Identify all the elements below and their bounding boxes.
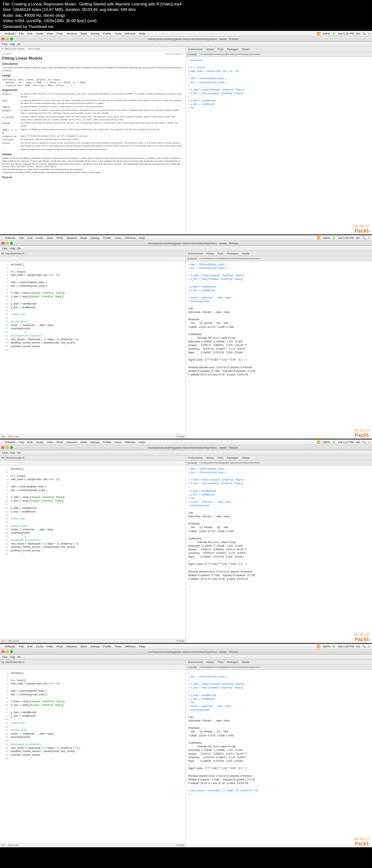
console-tab[interactable]: Console [187,53,197,56]
menu-plots[interactable]: Plots [56,32,63,35]
source-button[interactable]: Source [177,462,184,464]
tab-viewer[interactable]: Viewer [242,661,249,663]
menu-build[interactable]: Build [81,441,87,444]
toolbar-files[interactable]: Files [2,451,8,454]
menu-tools[interactable]: Tools [115,441,122,444]
editor-tab[interactable]: 04_MurderArrests.R [1,252,24,255]
menu-icon[interactable]: ≡ [368,645,370,648]
menu-tools[interactable]: Tools [115,236,122,240]
menu-tools[interactable]: Tools [115,32,122,35]
menu-debug[interactable]: Debug [91,441,100,444]
wifi-icon[interactable]: 📶 [317,32,320,35]
tab-plots[interactable]: Plots [218,457,223,459]
tab-viewer[interactable]: Viewer [242,457,249,459]
menu-profile[interactable]: Profile [103,236,111,240]
menu-view[interactable]: View [46,645,53,648]
tab-packages[interactable]: Packages [227,457,238,459]
clock[interactable]: Sat 2:36 PM [338,236,354,240]
menu-profile[interactable]: Profile [103,441,111,444]
toolbar-files[interactable]: Files [2,656,8,658]
toolbar-help[interactable]: Help [10,656,15,658]
menu-session[interactable]: Session [66,645,77,648]
tab-environment[interactable]: Environment [188,457,202,459]
menu-window[interactable]: Window [125,236,136,240]
menu-debug[interactable]: Debug [91,236,100,240]
menu-help[interactable]: Help [139,32,145,35]
menu-code[interactable]: Code [36,645,43,648]
toolbar-git[interactable]: Git [17,43,20,45]
menu-icon[interactable]: ≡ [368,441,370,444]
menu-app[interactable]: RStudio [5,32,15,35]
menu-plots[interactable]: Plots [56,236,63,240]
source-button[interactable]: Source [177,666,184,668]
zoom-button[interactable] [10,650,13,653]
tab-environment[interactable]: Environment [188,48,202,51]
close-button[interactable] [1,446,4,449]
menu-file[interactable]: File [19,645,24,648]
console-tab[interactable]: Console [187,257,197,260]
menu-session[interactable]: Session [66,236,77,240]
editor-tab[interactable]: 04_MurderArrests.R [1,661,24,663]
menu-debug[interactable]: Debug [91,32,100,35]
menu-debug[interactable]: Debug [91,645,100,648]
search-icon[interactable]: 🔍 [362,645,366,648]
search-icon[interactable]: 🔍 [362,236,366,240]
console-output[interactable]: > set.seed(1) > > m <- nrow(X) > train_i… [186,57,372,234]
menu-profile[interactable]: Profile [103,645,111,648]
toolbar-help[interactable]: Help [10,43,15,45]
menu-help[interactable]: Help [139,236,145,240]
menu-build[interactable]: Build [81,645,87,648]
source-on-save[interactable]: Source on Save [1,666,17,668]
menu-build[interactable]: Build [81,236,87,240]
menu-plots[interactable]: Plots [56,645,63,648]
run-button[interactable]: Run [171,666,175,668]
menu-file[interactable]: File [19,236,24,240]
menu-view[interactable]: View [46,236,53,240]
tab-packages[interactable]: Packages [227,48,238,51]
menu-help[interactable]: Help [139,645,145,648]
clock[interactable]: Sat 2:35 PM [338,32,354,35]
zoom-button[interactable] [10,242,13,245]
tab-environment[interactable]: Environment [188,661,202,663]
menu-app[interactable]: RStudio [5,645,15,648]
menu-code[interactable]: Code [36,236,43,240]
menu-code[interactable]: Code [36,441,43,444]
menu-edit[interactable]: Edit [27,441,32,444]
console-output[interactable]: > train <- USArrests[train_index, ] > te… [186,466,372,643]
help-content[interactable]: lm {stats} R Documentation Fitting Linea… [0,51,186,234]
menu-window[interactable]: Window [125,645,136,648]
wifi-icon[interactable]: 📶 [317,236,320,240]
menu-edit[interactable]: Edit [27,236,32,240]
menu-icon[interactable]: ≡ [368,236,370,240]
clock[interactable]: Sat 2:38 PM [338,645,354,648]
code-editor[interactable]: 1 2 3 4 5 6 7 8 9 10 11 12 13 14 15 16 1… [0,261,186,434]
toolbar-git[interactable]: Git [17,451,20,454]
clock[interactable]: Sat 2:37 PM [338,441,354,444]
tab-viewer[interactable]: Viewer [242,48,249,51]
zoom-button[interactable] [10,446,13,449]
tab-plots[interactable]: Plots [218,252,223,255]
close-button[interactable] [1,37,4,40]
toolbar-files[interactable]: Files [2,43,8,45]
tab-history[interactable]: History [206,252,214,255]
tab-packages[interactable]: Packages [227,661,238,663]
menu-file[interactable]: File [19,441,24,444]
minimize-button[interactable] [6,446,9,449]
minimize-button[interactable] [6,650,9,653]
close-button[interactable] [1,650,4,653]
console-output[interactable]: > train <- USArrests[train_index, ] > te… [186,261,372,439]
menu-help[interactable]: Help [139,441,145,444]
code-editor[interactable]: 1 2 3 4 5 6 7 8 9 10 11 12 13 14 15 16 1… [0,670,186,843]
toolbar-git[interactable]: Git [17,656,20,658]
tab-history[interactable]: History [206,457,214,459]
menu-file[interactable]: File [19,32,24,35]
menu-tools[interactable]: Tools [115,645,122,648]
menu-view[interactable]: View [46,441,53,444]
source-on-save[interactable]: Source on Save [1,257,17,260]
tab-plots[interactable]: Plots [218,48,223,51]
source-on-save[interactable]: Source on Save [1,462,17,464]
menu-plots[interactable]: Plots [56,441,63,444]
menu-edit[interactable]: Edit [27,645,32,648]
console-tab[interactable]: Console [187,666,197,668]
minimize-button[interactable] [6,242,9,245]
